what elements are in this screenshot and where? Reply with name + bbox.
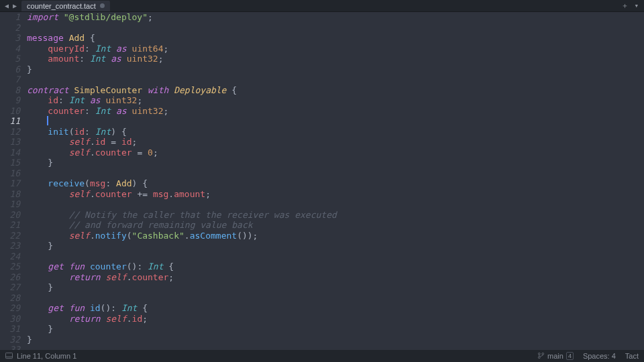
line-number: 17	[0, 178, 20, 189]
code-line[interactable]	[27, 168, 644, 179]
tab-active[interactable]: counter_contract.tact	[21, 1, 110, 11]
svg-point-2	[538, 353, 540, 355]
line-number: 25	[0, 261, 20, 272]
code-line[interactable]: id: Int as uint32;	[27, 95, 644, 106]
tab-bar: ◀ ▶ counter_contract.tact ＋ ▾	[0, 0, 644, 12]
status-position[interactable]: Line 11, Column 1	[17, 352, 76, 360]
code-line[interactable]	[27, 74, 644, 85]
status-bar: Line 11, Column 1 main 4 Spaces: 4 Tact	[0, 350, 644, 362]
code-content[interactable]: import "@stdlib/deploy";message Add { qu…	[27, 12, 644, 350]
editor-area[interactable]: 1234567891011121314151617181920212223242…	[0, 12, 644, 350]
code-line[interactable]: get fun counter(): Int {	[27, 261, 644, 272]
line-number: 14	[0, 147, 20, 158]
code-line[interactable]: }	[27, 282, 644, 293]
line-number: 7	[0, 74, 20, 85]
status-branch[interactable]: main 4	[537, 352, 574, 361]
line-number: 24	[0, 251, 20, 262]
code-line[interactable]: }	[27, 324, 644, 335]
code-line[interactable]: self.counter = 0;	[27, 147, 644, 158]
line-number: 1	[0, 12, 20, 23]
code-line[interactable]: }	[27, 64, 644, 75]
code-line[interactable]: init(id: Int) {	[27, 127, 644, 137]
line-number-gutter: 1234567891011121314151617181920212223242…	[0, 12, 27, 350]
line-number: 18	[0, 189, 20, 200]
line-number: 22	[0, 231, 20, 241]
line-number: 26	[0, 272, 20, 283]
editor-window: ◀ ▶ counter_contract.tact ＋ ▾ 1234567891…	[0, 0, 644, 362]
line-number: 11	[0, 116, 20, 127]
code-line[interactable]: import "@stdlib/deploy";	[27, 12, 644, 23]
line-number: 28	[0, 293, 20, 304]
tab-menu-icon[interactable]: ▾	[631, 1, 641, 10]
code-line[interactable]: }	[27, 241, 644, 251]
branch-count-badge: 4	[566, 352, 574, 360]
line-number: 20	[0, 210, 20, 221]
svg-rect-0	[5, 353, 12, 358]
code-line[interactable]	[27, 199, 644, 210]
line-number: 29	[0, 303, 20, 314]
code-line[interactable]: contract SimpleCounter with Deployable {	[27, 85, 644, 96]
new-tab-button[interactable]: ＋	[619, 1, 631, 11]
code-line[interactable]: // and forward remaining value back	[27, 220, 644, 231]
line-number: 32	[0, 335, 20, 345]
line-number: 21	[0, 220, 20, 231]
code-line[interactable]: }	[27, 335, 644, 345]
code-line[interactable]: self.notify("Cashback".asComment());	[27, 231, 644, 241]
code-line[interactable]	[27, 345, 644, 350]
code-line[interactable]: // Notify the caller that the receiver w…	[27, 210, 644, 221]
line-number: 31	[0, 324, 20, 335]
code-line[interactable]: counter: Int as uint32;	[27, 106, 644, 117]
code-line[interactable]	[27, 23, 644, 34]
text-cursor	[47, 116, 48, 125]
line-number: 13	[0, 137, 20, 147]
code-line[interactable]: get fun id(): Int {	[27, 303, 644, 314]
tab-modified-dot-icon	[100, 3, 105, 8]
code-line[interactable]: return self.counter;	[27, 272, 644, 283]
status-syntax[interactable]: Tact	[625, 352, 639, 360]
line-number: 3	[0, 33, 20, 44]
line-number: 12	[0, 127, 20, 137]
nav-forward-icon[interactable]: ▶	[11, 2, 19, 9]
line-number: 5	[0, 54, 20, 64]
line-number: 9	[0, 95, 20, 106]
status-indent[interactable]: Spaces: 4	[583, 352, 616, 360]
code-line[interactable]: receive(msg: Add) {	[27, 178, 644, 189]
svg-point-3	[538, 356, 540, 358]
tab-filename: counter_contract.tact	[27, 2, 96, 10]
panel-icon[interactable]	[5, 352, 13, 361]
line-number: 4	[0, 44, 20, 54]
line-number: 8	[0, 85, 20, 96]
code-line[interactable]	[27, 251, 644, 262]
line-number: 16	[0, 168, 20, 179]
line-number: 2	[0, 23, 20, 34]
code-line[interactable]	[27, 116, 644, 127]
code-line[interactable]: return self.id;	[27, 314, 644, 324]
line-number: 23	[0, 241, 20, 251]
line-number: 33	[0, 345, 20, 350]
code-line[interactable]: }	[27, 158, 644, 168]
code-line[interactable]: message Add {	[27, 33, 644, 44]
line-number: 6	[0, 64, 20, 75]
line-number: 30	[0, 314, 20, 324]
git-branch-icon	[537, 352, 545, 361]
code-line[interactable]: self.counter += msg.amount;	[27, 189, 644, 200]
line-number: 19	[0, 199, 20, 210]
code-line[interactable]	[27, 293, 644, 304]
code-line[interactable]: amount: Int as uint32;	[27, 54, 644, 64]
line-number: 15	[0, 158, 20, 168]
nav-back-icon[interactable]: ◀	[3, 2, 11, 9]
line-number: 10	[0, 106, 20, 117]
code-line[interactable]: self.id = id;	[27, 137, 644, 147]
code-line[interactable]: queryId: Int as uint64;	[27, 44, 644, 54]
line-number: 27	[0, 282, 20, 293]
svg-point-4	[542, 353, 544, 355]
